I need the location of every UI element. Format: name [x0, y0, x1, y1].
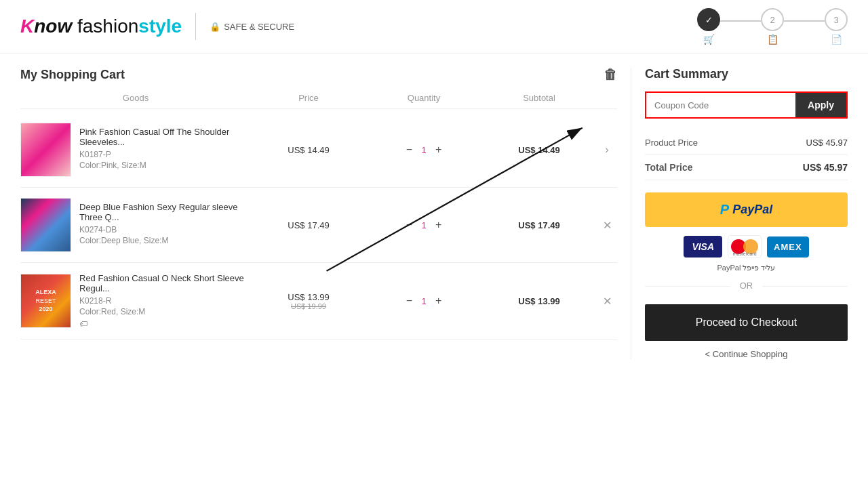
col-price-header: Price [251, 93, 366, 103]
table-row: ALEXA RESET 2020 Red Fashion Casual O Ne… [20, 263, 617, 339]
paypal-p-icon: P [720, 202, 729, 218]
chevron-right-icon-1: › [605, 144, 608, 155]
step-3[interactable]: 3 📄 [825, 8, 848, 45]
main-container: My Shopping Cart 🗑 Goods Price Quantity … [0, 54, 868, 373]
item-name-1: Pink Fashion Casual Off The Shoulder Sle… [79, 127, 251, 147]
item-attrs-2: Color:Deep Blue, Size:M [79, 236, 251, 245]
item-image-3: ALEXA RESET 2020 [20, 274, 71, 328]
cart-title: My Shopping Cart 🗑 [20, 67, 617, 83]
cart-step-icon: ✓ [705, 15, 713, 25]
qty-decrease-2[interactable]: − [402, 218, 416, 232]
step-3-circle: 3 [825, 8, 848, 31]
item-info-3: Red Fashion Casual O Neck Short Sleeve R… [79, 273, 251, 329]
continue-shopping-link[interactable]: < Continue Shopping [705, 349, 788, 359]
item-qty-1: − 1 + [366, 143, 481, 157]
step-2-label: 2 [770, 15, 774, 25]
mc-label: mastercard [728, 251, 761, 256]
item-subtotal-1: US$ 14.49 [481, 145, 597, 155]
summary-title: Cart Summary [645, 67, 848, 81]
total-price-value: US$ 45.97 [803, 162, 848, 173]
coupon-input[interactable] [646, 93, 795, 117]
product-price-value: US$ 45.97 [806, 138, 848, 148]
payment-cards: VISA mastercard AMEX [645, 235, 848, 258]
product-price-label: Product Price [645, 138, 698, 148]
logo-style: style [138, 16, 182, 37]
paypal-label: PayPal [732, 203, 772, 217]
item-price-sale-3: US$ 13.99 [251, 292, 366, 302]
continue-shopping[interactable]: < Continue Shopping [645, 349, 848, 359]
header: Know fashionstyle 🔒 SAFE & SECURE ✓ 🛒 2 [0, 0, 868, 54]
item-image-1 [20, 123, 71, 177]
step-line-1 [720, 20, 761, 22]
delete-all-icon[interactable]: 🗑 [604, 67, 617, 83]
visa-card: VISA [684, 236, 722, 258]
qty-increase-2[interactable]: + [432, 218, 446, 232]
qty-value-1: 1 [421, 145, 426, 155]
item-attrs-1: Color:Pink, Size:M [79, 161, 251, 170]
lock-icon: 🔒 [210, 22, 220, 32]
cart-header: Goods Price Quantity Subtotal [20, 93, 617, 109]
item-price-1: US$ 14.49 [251, 145, 366, 155]
item-remove-3[interactable]: ✕ [597, 295, 617, 308]
or-divider: OR [645, 281, 848, 291]
table-row: Pink Fashion Casual Off The Shoulder Sle… [20, 112, 617, 188]
coupon-row: Apply [645, 91, 848, 119]
header-divider [195, 13, 196, 40]
item-subtotal-3: US$ 13.99 [481, 296, 597, 306]
item-sku-2: K0274-DB [79, 225, 251, 234]
col-qty-header: Quantity [366, 93, 481, 103]
amex-card: AMEX [767, 236, 809, 258]
secure-text: 🔒 SAFE & SECURE [210, 22, 294, 32]
checkout-button[interactable]: Proceed to Checkout [645, 304, 848, 341]
qty-increase-3[interactable]: + [432, 294, 446, 308]
logo-fashion: fashion [77, 16, 138, 37]
paypal-small-text: PayPal עליד פייפל [645, 264, 848, 272]
table-row: Deep Blue Fashion Sexy Regular sleeve Th… [20, 188, 617, 263]
qty-decrease-3[interactable]: − [402, 294, 416, 308]
item-price-original-3: US$ 19.99 [251, 302, 366, 310]
item-goods-2: Deep Blue Fashion Sexy Regular sleeve Th… [20, 198, 251, 252]
step-line-2 [784, 20, 825, 22]
step-3-label: 3 [833, 15, 838, 25]
item-tag-3: 🏷 [79, 319, 251, 329]
apply-button[interactable]: Apply [795, 93, 846, 117]
qty-value-2: 1 [421, 220, 426, 230]
logo-k: K [20, 16, 34, 37]
item-subtotal-2: US$ 17.49 [481, 220, 597, 230]
item-attrs-3: Color:Red, Size:M [79, 307, 251, 316]
item-remove-2[interactable]: ✕ [597, 219, 617, 232]
item-goods-1: Pink Fashion Casual Off The Shoulder Sle… [20, 123, 251, 177]
total-price-label: Total Price [645, 162, 693, 173]
step-2-circle: 2 [761, 8, 784, 31]
item-info-1: Pink Fashion Casual Off The Shoulder Sle… [79, 127, 251, 173]
item-info-2: Deep Blue Fashion Sexy Regular sleeve Th… [79, 202, 251, 248]
item-name-2: Deep Blue Fashion Sexy Regular sleeve Th… [79, 202, 251, 222]
qty-value-3: 1 [421, 296, 426, 306]
item-price-3: US$ 13.99 US$ 19.99 [251, 292, 366, 310]
paypal-button[interactable]: P PayPal [645, 192, 848, 227]
step-1[interactable]: ✓ 🛒 [697, 8, 720, 45]
logo-now: now [34, 16, 72, 37]
step-2-icon: 📋 [767, 34, 778, 45]
item-remove-1[interactable]: › [597, 144, 617, 156]
logo[interactable]: Know fashionstyle [20, 16, 182, 37]
qty-decrease-1[interactable]: − [402, 143, 416, 157]
step-1-icon: 🛒 [703, 34, 715, 45]
item-sku-3: K0218-R [79, 296, 251, 306]
item-price-2: US$ 17.49 [251, 220, 366, 230]
mastercard-card: mastercard [728, 235, 762, 258]
step-2[interactable]: 2 📋 [761, 8, 784, 45]
step-1-circle: ✓ [697, 8, 720, 31]
item-qty-2: − 1 + [366, 218, 481, 232]
qty-increase-1[interactable]: + [432, 143, 446, 157]
cart-section: My Shopping Cart 🗑 Goods Price Quantity … [20, 67, 617, 359]
col-subtotal-header: Subtotal [481, 93, 597, 103]
item-qty-3: − 1 + [366, 294, 481, 308]
col-goods-header: Goods [20, 93, 251, 103]
item-sku-1: K0187-P [79, 150, 251, 159]
step-3-icon: 📄 [831, 34, 842, 45]
product-price-row: Product Price US$ 45.97 [645, 131, 848, 155]
checkout-steps: ✓ 🛒 2 📋 3 📄 [697, 8, 848, 45]
item-image-2 [20, 198, 71, 252]
total-price-row: Total Price US$ 45.97 [645, 155, 848, 180]
